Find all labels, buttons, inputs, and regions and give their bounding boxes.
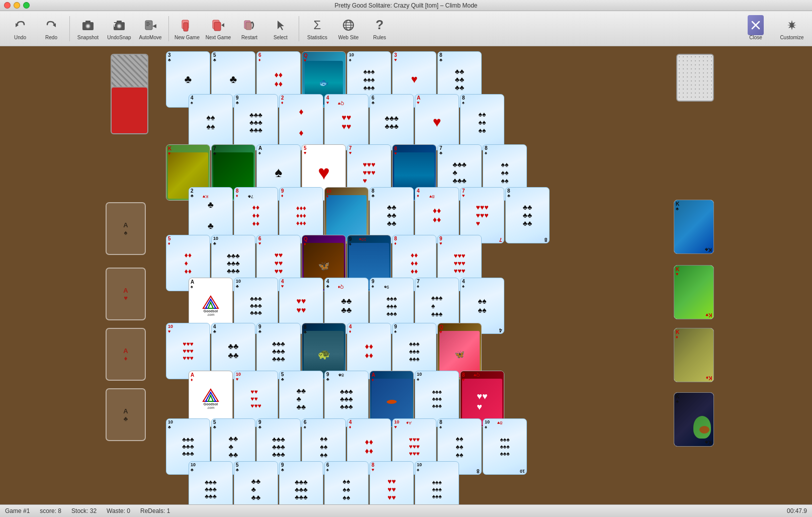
statistics-icon: Σ — [309, 17, 325, 33]
rules-icon: ? — [372, 17, 388, 33]
automove-button[interactable]: AutoMove — [135, 14, 165, 44]
svg-marker-15 — [152, 24, 156, 28]
redeals-count: ReDeals: 1 — [140, 507, 170, 514]
website-button[interactable]: Web Site — [333, 14, 364, 44]
rules-label: Rules — [373, 35, 386, 40]
website-icon — [340, 17, 356, 33]
card-4h-r2c4[interactable]: 4♥ ♥♥♥♥ 4 — [324, 94, 369, 150]
svg-rect-13 — [146, 24, 150, 25]
stock-red-card[interactable] — [111, 87, 148, 134]
maximize-btn[interactable] — [23, 2, 30, 9]
waste-count: Waste: 0 — [107, 507, 130, 514]
snapshot-icon — [80, 17, 96, 33]
ace-diamonds-foundation[interactable]: A ♦ — [106, 328, 146, 381]
title-bar: Pretty Good Solitaire: Crazy Quilt [tom]… — [0, 0, 812, 11]
customize-icon — [784, 17, 800, 33]
restart-icon — [241, 17, 257, 33]
undo-icon — [12, 17, 28, 33]
newgame-button[interactable]: New Game — [172, 14, 202, 44]
card-kc-r2c5[interactable]: 6♣ ♣♣♣♣♣♣ 6 — [370, 94, 414, 150]
select-label: Select — [274, 35, 288, 40]
svg-rect-5 — [85, 21, 91, 23]
close-label: Close — [749, 35, 762, 40]
undosnap-label: UndoSnap — [107, 35, 131, 40]
restart-label: Restart — [241, 35, 257, 40]
snapshot-button[interactable]: Snapshot — [73, 14, 103, 44]
undosnap-icon — [111, 17, 127, 33]
card-ah-r2c6[interactable]: A♥ ♥ A — [415, 94, 459, 150]
window-title: Pretty Good Solitaire: Crazy Quilt [tom]… — [334, 2, 477, 9]
customize-button[interactable]: Customize — [777, 14, 807, 44]
newgame-icon — [179, 17, 195, 33]
restart-button[interactable]: Restart — [234, 14, 264, 44]
score-display: score: 8 — [40, 507, 61, 514]
svg-rect-19 — [214, 22, 221, 31]
nextgame-icon — [210, 17, 226, 33]
king-diamonds-right3[interactable]: K ♦ K♦ — [674, 328, 714, 382]
sep3 — [299, 16, 299, 41]
select-icon — [273, 17, 289, 33]
undosnap-button[interactable]: UndoSnap — [104, 14, 134, 44]
website-label: Web Site — [338, 35, 358, 40]
automove-icon — [142, 17, 158, 33]
king-clubs-right1[interactable]: K ♣ K♣ — [674, 200, 714, 254]
svg-rect-14 — [146, 25, 149, 26]
svg-rect-22 — [246, 22, 251, 30]
svg-marker-32 — [206, 299, 216, 308]
game-number: Game #1 — [5, 507, 30, 514]
status-bar: Game #1 score: 8 Stock: 32 Waste: 0 ReDe… — [0, 504, 812, 517]
svg-point-4 — [86, 25, 89, 28]
svg-marker-35 — [206, 392, 216, 401]
svg-rect-11 — [145, 21, 152, 30]
svg-rect-17 — [184, 23, 188, 31]
sep1 — [69, 16, 70, 41]
statistics-button[interactable]: Σ Statistics — [302, 14, 332, 44]
svg-rect-9 — [117, 21, 122, 23]
svg-rect-12 — [146, 22, 149, 23]
king-clubs-right4[interactable]: K ♣ K♣ — [674, 392, 714, 447]
nextgame-label: Next Game — [206, 35, 231, 40]
ace-spades-foundation[interactable]: A ♠ — [106, 202, 146, 255]
statistics-label: Statistics — [307, 35, 327, 40]
stock-count: Stock: 32 — [71, 507, 97, 514]
card-2d-r2c3[interactable]: 2♦ ♦♦ 2 — [279, 94, 323, 150]
game-area[interactable]: A ♠ A ♥ A ♦ A ♣ K ♣ K♣ K ♥ K♥ K ♦ K♦ — [0, 46, 812, 504]
undo-label: Undo — [14, 35, 26, 40]
svg-point-8 — [118, 25, 121, 28]
close-icon — [748, 17, 764, 33]
newgame-label: New Game — [174, 35, 200, 40]
card-10s3-r9c8[interactable]: 10♠ ♠♠♠♠♠♠♠♠♠ 10 — [483, 418, 527, 475]
redo-label: Redo — [45, 35, 57, 40]
redo-button[interactable]: Redo — [36, 14, 66, 44]
window-controls[interactable] — [4, 2, 30, 9]
automove-label: AutoMove — [139, 35, 161, 40]
card-4s-r2c1[interactable]: 4♠ ♠♠♠♠ 4 — [189, 94, 233, 150]
king-hearts-right2[interactable]: K ♥ K♥ — [674, 265, 714, 319]
nextgame-button[interactable]: Next Game — [203, 14, 233, 44]
sep2 — [168, 16, 169, 41]
timer-display: 00:47.9 — [787, 507, 807, 514]
ace-hearts-foundation[interactable]: A ♥ — [106, 268, 146, 320]
close-button[interactable]: Close — [736, 14, 776, 44]
redo-icon — [43, 17, 59, 33]
ace-clubs-foundation[interactable]: A ♣ — [106, 388, 146, 441]
rules-button[interactable]: ? Rules — [365, 14, 395, 44]
card-9c-r2c2[interactable]: 9♣ ♣♣♣♣♣♣♣♣♣ 9 — [234, 94, 278, 150]
customize-label: Customize — [780, 35, 803, 40]
snapshot-label: Snapshot — [77, 35, 99, 40]
select-button[interactable]: Select — [265, 14, 296, 44]
undo-button[interactable]: Undo — [5, 14, 35, 44]
card-8c2-r4c8[interactable]: 8♣ ♣♣♣♣♣♣ 8 — [505, 187, 550, 243]
status-info: Game #1 score: 8 Stock: 32 Waste: 0 ReDe… — [5, 507, 170, 514]
close-window-btn[interactable] — [4, 2, 11, 9]
waste-card-back[interactable] — [676, 54, 714, 102]
minimize-btn[interactable] — [14, 2, 20, 9]
card-8s-r2c7[interactable]: 8♠ ♠♠♠♠♠♠ 8 — [460, 94, 504, 150]
svg-marker-20 — [221, 23, 224, 27]
toolbar: Undo Redo Snapshot — [0, 11, 812, 46]
